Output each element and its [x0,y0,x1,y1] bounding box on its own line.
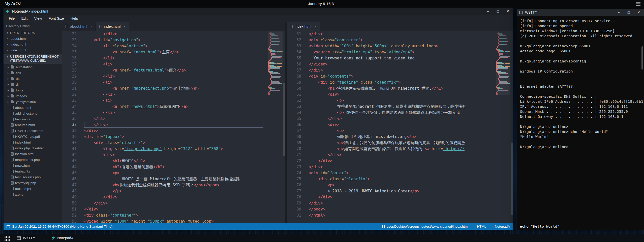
code-line-68[interactable]: 伺服器 IP 地址為： mcs.hkwtc.org</p> [309,134,491,140]
code-line-67[interactable]: <p> [309,128,491,134]
code-line-36[interactable]: </ul> [84,116,263,122]
code-line-27[interactable]: <li> [84,61,263,67]
taskbar-item-notepada[interactable]: NotepadA [49,234,76,242]
code-line-63[interactable]: 在香港的Minecraft 伺服器中，多為小遊戲和純生存的伺服器，較少擁有 [309,103,491,110]
tree-file[interactable]: location.html [4,151,62,157]
minimap-viewport[interactable] [268,31,283,65]
code-line-54[interactable]: <source src="trailer.mp4" type="video/mp… [309,49,491,55]
code-line-45[interactable]: <p> [84,170,263,176]
close-button[interactable]: × [503,8,513,15]
terminal-input-bar[interactable]: echo "Hello World" [517,223,644,230]
notepada-titlebar[interactable]: NotepadA - index.html − □ × [4,8,513,15]
tree-folder[interactable]: ▸css [4,70,62,76]
code-line-22[interactable]: </div> [84,31,263,37]
code-line-77[interactable]: © 2018 - 2019 HKWTC Animation Gamer</p> [309,188,491,194]
code-line-26[interactable]: </li> [84,55,263,61]
code-line-75[interactable]: <div class="clearfix"> [309,176,491,182]
code-line-53[interactable]: <video width="100%" height="500px" autop… [84,218,263,223]
code-line-48[interactable]: </p> [84,188,263,194]
code-line-37[interactable]: </div> [84,122,263,128]
tree-file[interactable]: test_sockets.php [4,174,62,180]
tree-file[interactable]: trailer.mp4 [4,186,62,192]
tree-file[interactable]: HKWTC rule.pdf [4,134,62,140]
editor-tab-index.html[interactable]: index.html× [287,22,320,31]
wstty-titlebar[interactable]: WsTTY − □ × [517,9,644,16]
scrollbar-thumb[interactable] [511,143,513,216]
code-line-59[interactable]: <div id="tagline" class="clearfix"> [309,79,491,85]
close-tab-icon[interactable]: × [314,24,316,28]
code-line-32[interactable]: </li> [84,91,263,97]
code-line-61[interactable]: <div> [309,91,491,97]
tree-file[interactable]: testmysql.php [4,180,62,186]
code-line-71[interactable]: </div> [309,152,491,158]
close-editor-icon[interactable]: × [6,49,9,52]
tree-file[interactable]: index.php_disabled [4,145,62,151]
code-line-31[interactable]: <a href="mapredirect.php">網上地圖</a> [84,85,263,91]
code-line-29[interactable]: </li> [84,73,263,79]
code-line-72[interactable]: </div> [309,158,491,164]
tree-folder[interactable]: ▸yamlyamlinux [4,99,62,105]
tree-file[interactable]: x.php [4,192,62,197]
open-editor-item[interactable]: ×about.html [4,36,62,42]
maximize-button[interactable]: □ [493,8,503,15]
code-line-60[interactable]: <h1>特別為建築及鐵路而設，現代化的 Minecraft 世界.</h1> [309,85,491,91]
tree-file[interactable]: add_vhost.php [4,111,62,116]
menu-edit[interactable]: Edit [18,16,31,20]
terminal-input-text[interactable]: echo "Hello World" [520,224,559,228]
minimap-viewport[interactable] [496,62,510,95]
tree-folder[interactable]: ▸autostation [4,64,62,70]
code-line-41[interactable]: <img src="images/box.png" height="342" w… [84,146,263,152]
code-line-33[interactable]: <li> [84,97,263,103]
open-editor-item[interactable]: ×index.html [4,42,62,47]
tree-folder[interactable]: ▸images [4,93,62,99]
tree-file[interactable]: favicon.ico [4,116,62,122]
tree-folder[interactable]: ▸dl [4,82,62,87]
open-editor-item[interactable]: ×index.html [4,47,62,53]
code-line-70[interactable]: <p>如有問題或需要申請白名單，歡迎加入我們的 <a href="https:/… [309,146,491,152]
menu-file[interactable]: File [6,16,18,20]
code-line-69[interactable]: <p>請注意，我們的伺服器為確保玩家及遊玩時的質素，我們對的服務開放 [309,140,491,146]
code-line-62[interactable]: <p> [309,97,491,103]
tree-root-folder[interactable]: ▾ USER/DESKTOP/SCREENSHOT /TEST/WWW CLEA… [4,54,62,64]
code-line-49[interactable]: </div> [84,194,263,200]
system-menu-button[interactable]: My ArOZ [0,1,26,6]
code-line-57[interactable]: </div> [309,67,491,73]
code-line-74[interactable]: <div id="footer"> [309,170,491,176]
tree-file[interactable]: about.html [4,105,62,111]
code-line-55[interactable]: Your browser does not support the video … [309,55,491,61]
minimize-button[interactable]: − [614,9,624,16]
tree-file[interactable]: teabag.7z [4,168,62,174]
code-line-76[interactable]: <p> [309,182,491,188]
code-line-58[interactable]: <div id="contents"> [309,73,491,79]
menu-view[interactable]: View [31,16,45,20]
minimize-button[interactable]: − [483,8,493,15]
close-tab-icon[interactable]: × [124,24,126,28]
menu-help[interactable]: Help [67,16,81,20]
code-line-65[interactable]: </div> [309,116,491,122]
tree-folder[interactable]: ▸dc [4,76,62,82]
code-line-23[interactable]: <ul id="navigation"> [84,37,263,43]
editor-tab-index.html[interactable]: index.html× [96,22,129,31]
code-line-38[interactable]: </div> [84,128,263,134]
terminal-scrollbar[interactable] [641,46,643,70]
tree-file[interactable]: HKWTC notice.pdf [4,128,62,134]
tree-file[interactable]: index.html [4,140,62,145]
code-line-81[interactable]: </html> [309,212,491,218]
minimap-right[interactable] [496,31,510,95]
menu-font-size[interactable]: Font Size [45,16,67,20]
code-line-42[interactable]: <div> [84,152,263,158]
code-line-47[interactable]: <b>你知道我們全線伺服器已轉用 SSD 了嗎？</b></span> [84,182,263,188]
code-line-52[interactable]: <div class="container"> [309,37,491,43]
code-line-39[interactable]: <div id="topbox"> [84,134,263,140]
code-line-51[interactable]: </div> [84,206,263,212]
open-editors-header[interactable]: ▾ OPEN EDITORS [4,30,62,36]
close-editor-icon[interactable]: × [6,43,9,46]
code-line-56[interactable]: </video> [309,61,491,67]
hamburger-menu-icon[interactable] [636,2,640,6]
terminal-output[interactable]: [info] Connecting to arozos WsTTY servic… [517,16,644,223]
code-line-35[interactable]: </li> [84,110,263,116]
code-area-left[interactable]: </div> <ul id="navigation"> <li class="a… [81,31,285,223]
code-line-44[interactable]: <h2>香港的建築伺服器</h2> [84,164,263,170]
code-line-73[interactable]: </div> [309,164,491,170]
code-line-24[interactable]: <li class="active"> [84,43,263,49]
